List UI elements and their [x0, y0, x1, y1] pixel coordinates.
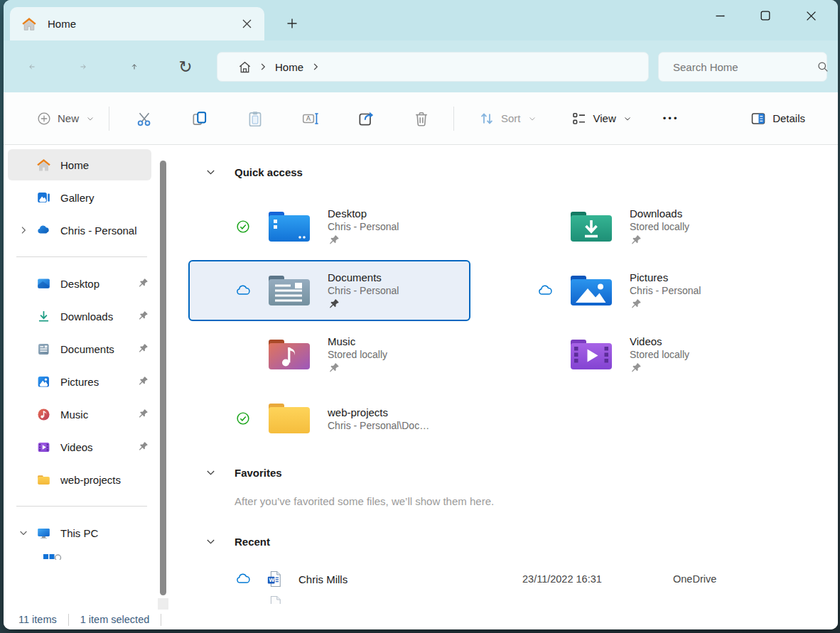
sidebar-item-this-pc[interactable]: This PC: [8, 517, 151, 548]
file-name: Desktop: [328, 207, 399, 220]
section-title: Recent: [235, 536, 270, 548]
sidebar-item-home[interactable]: Home: [8, 149, 151, 180]
folder-icon: [266, 399, 312, 438]
window-controls: [697, 0, 834, 31]
file-tile-documents[interactable]: Documents Chris - Personal: [188, 260, 470, 321]
file-location: Stored locally: [630, 349, 689, 360]
section-title: Quick access: [235, 166, 303, 178]
search-icon[interactable]: [816, 60, 830, 74]
section-title: Favorites: [235, 467, 282, 479]
chevron-down-icon[interactable]: [205, 167, 216, 178]
breadcrumb-home-icon[interactable]: [237, 60, 252, 75]
files-pane: Quick access Desktop Chris - Personal: [168, 145, 838, 610]
file-location: Chris - Personal: [630, 285, 701, 296]
sidebar-item-documents[interactable]: Documents: [8, 333, 151, 364]
file-tile-pictures[interactable]: Pictures Chris - Personal: [490, 260, 772, 321]
pin-icon: [328, 362, 387, 374]
item-count: 11 items: [18, 614, 57, 625]
sidebar-item-music[interactable]: Music: [8, 399, 151, 430]
sidebar-scrollbar[interactable]: [160, 161, 166, 595]
back-icon[interactable]: [23, 58, 41, 75]
view-icon: [571, 110, 588, 127]
details-button[interactable]: Details: [743, 104, 812, 133]
chevron-down-icon: [623, 114, 632, 123]
chevron-down-icon[interactable]: [18, 527, 29, 539]
section-quick-access[interactable]: Quick access: [205, 163, 838, 180]
chevron-right-icon[interactable]: [309, 60, 322, 73]
sort-button[interactable]: Sort: [471, 104, 544, 133]
sort-label: Sort: [501, 112, 521, 124]
sidebar-label: Chris - Personal: [60, 224, 137, 237]
forward-icon[interactable]: [75, 58, 92, 75]
sidebar-label: This PC: [60, 527, 98, 539]
chevron-down-icon: [86, 114, 95, 123]
sidebar-divider: [16, 506, 147, 507]
file-tile-desktop[interactable]: Desktop Chris - Personal: [188, 196, 470, 257]
sidebar-item-onedrive[interactable]: Chris - Personal: [8, 215, 151, 246]
folder-documents-icon: [266, 271, 312, 310]
documents-icon: [36, 342, 51, 357]
section-recent[interactable]: Recent: [205, 533, 838, 550]
chevron-down-icon[interactable]: [205, 536, 216, 547]
close-icon[interactable]: [788, 0, 834, 31]
file-tile-downloads[interactable]: Downloads Stored locally: [490, 196, 772, 257]
sidebar-item-gallery[interactable]: Gallery: [8, 182, 151, 213]
selection-count: 1 item selected: [80, 614, 150, 625]
home-icon: [21, 16, 37, 32]
toolbar-separator: [109, 107, 109, 131]
chevron-down-icon[interactable]: [205, 467, 216, 478]
minimize-icon[interactable]: [697, 0, 743, 31]
share-button[interactable]: [350, 104, 382, 134]
paste-button[interactable]: [239, 104, 271, 134]
svg-text:W: W: [269, 577, 274, 583]
view-button[interactable]: View: [564, 104, 639, 133]
up-icon[interactable]: [126, 58, 143, 75]
tab-home[interactable]: Home: [10, 7, 264, 40]
pin-icon: [630, 234, 689, 247]
navigation-bar: ↻ Home: [4, 40, 838, 92]
sidebar-item-downloads[interactable]: Downloads: [8, 301, 151, 332]
new-tab-button[interactable]: [279, 11, 305, 36]
sidebar-item-videos[interactable]: Videos: [8, 431, 151, 462]
address-bar[interactable]: Home: [217, 52, 649, 82]
titlebar[interactable]: Home: [4, 0, 838, 40]
copy-button[interactable]: [183, 104, 216, 134]
word-file-icon: W: [266, 570, 282, 588]
recent-file-date: 23/11/2022 16:31: [522, 573, 602, 585]
section-favorites[interactable]: Favorites: [205, 464, 838, 481]
cut-button[interactable]: [128, 104, 161, 134]
view-label: View: [593, 112, 616, 124]
sidebar-item-drive-partial[interactable]: [8, 550, 151, 560]
file-tile-music[interactable]: Music Stored locally: [188, 324, 470, 385]
sidebar-scrollbar-track[interactable]: [158, 598, 168, 610]
tab-label: Home: [48, 18, 236, 30]
drive-icon: [43, 550, 62, 560]
refresh-icon[interactable]: ↻: [177, 58, 194, 75]
folder-desktop-icon: [266, 207, 312, 247]
search-box[interactable]: [658, 52, 827, 82]
maximize-icon[interactable]: [743, 0, 788, 31]
file-tile-videos[interactable]: Videos Stored locally: [490, 324, 772, 385]
recent-file-row-partial[interactable]: [266, 595, 284, 604]
synced-icon: [235, 219, 251, 234]
search-input[interactable]: [672, 60, 816, 74]
more-icon[interactable]: •••: [656, 107, 686, 129]
sidebar-item-web-projects[interactable]: web-projects: [8, 464, 151, 495]
delete-button[interactable]: [405, 104, 438, 134]
status-placeholder: [537, 347, 553, 362]
chevron-right-icon[interactable]: [257, 60, 269, 73]
file-tile-web-projects[interactable]: web-projects Chris - Personal\Doc…: [188, 388, 470, 449]
file-name: Pictures: [630, 271, 701, 283]
chevron-right-icon[interactable]: [18, 224, 29, 236]
new-icon: [36, 111, 52, 126]
svg-text:A: A: [306, 114, 311, 122]
status-placeholder: [537, 219, 553, 234]
pin-icon: [137, 310, 149, 322]
breadcrumb-home[interactable]: Home: [275, 61, 303, 73]
new-button[interactable]: New: [29, 105, 102, 132]
sidebar-item-pictures[interactable]: Pictures: [8, 366, 151, 397]
sidebar-item-desktop[interactable]: Desktop: [8, 268, 151, 299]
tab-close-icon[interactable]: [236, 13, 257, 35]
recent-file-row[interactable]: W Chris Mills 23/11/2022 16:31 OneDrive: [168, 566, 838, 593]
rename-button[interactable]: A: [294, 104, 327, 134]
